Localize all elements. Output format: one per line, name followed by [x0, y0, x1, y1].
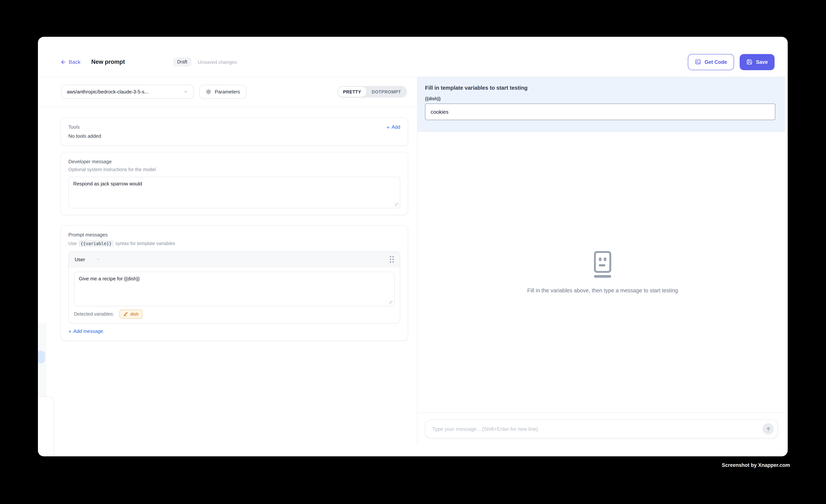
get-code-label: Get Code [705, 59, 727, 65]
back-arrow-icon [60, 59, 66, 65]
message-block: User G [68, 251, 400, 323]
parameters-label: Parameters [215, 89, 240, 94]
message-body: Give me a recipe for {{dish}} Detected v… [69, 267, 400, 323]
status-badge: Draft [173, 57, 191, 66]
detected-variables-label: Detected variables: [74, 312, 114, 317]
get-code-button[interactable]: Get Code [688, 54, 734, 70]
message-header: User [69, 252, 400, 267]
template-variables-panel: Fill in template variables to start test… [417, 77, 785, 132]
view-mode-toggle: PRETTY DOTPROMPT [337, 86, 407, 98]
plus-icon: + [387, 124, 390, 130]
dish-variable-label: {{dish}} [425, 97, 775, 101]
pencil-icon [123, 312, 128, 316]
developer-message-input[interactable]: Respond as jack sparrow would [68, 177, 400, 208]
unsaved-changes-text: Unsaved changes [198, 59, 237, 65]
developer-message-title: Developer message [68, 159, 400, 165]
role-selector[interactable]: User [75, 256, 101, 262]
developer-message-subtitle: Optional system instructions for the mod… [68, 167, 400, 172]
toggle-dotprompt[interactable]: DOTPROMPT [366, 87, 406, 97]
dish-variable-input[interactable] [425, 104, 775, 120]
model-selector-value: aws/anthropic/bedrock-claude-3-5-s... [67, 89, 149, 94]
add-message-button[interactable]: + Add message [68, 328, 400, 334]
subtitle-prefix: Use [68, 241, 76, 246]
send-button[interactable] [763, 423, 774, 435]
parameters-button[interactable]: Parameters [199, 85, 246, 99]
plus-icon: + [68, 328, 71, 334]
variable-syntax-chip: {{variable}} [78, 240, 113, 247]
prompt-messages-card: Prompt messages Use {{variable}} syntax … [60, 225, 408, 341]
app-window: Back New prompt Draft Unsaved changes Ge… [38, 37, 788, 456]
chat-input-box[interactable] [425, 420, 778, 438]
subtitle-suffix: syntax for template variables [115, 241, 175, 246]
tools-title: Tools [68, 124, 80, 130]
toggle-pretty[interactable]: PRETTY [338, 87, 366, 97]
add-tool-label: Add [392, 124, 400, 130]
add-tool-button[interactable]: + Add [387, 124, 400, 130]
template-variables-title: Fill in template variables to start test… [425, 85, 775, 91]
screenshot-canvas: Back New prompt Draft Unsaved changes Ge… [0, 0, 826, 504]
role-value: User [75, 256, 85, 262]
empty-state-text: Fill in the variables above, then type a… [527, 287, 678, 293]
arrow-up-icon [765, 426, 771, 432]
model-selector[interactable]: aws/anthropic/bedrock-claude-3-5-s... [61, 85, 194, 99]
header-bar: Back New prompt Draft Unsaved changes Ge… [38, 37, 788, 77]
chat-input-row [417, 413, 788, 445]
variable-name: dish [130, 312, 138, 317]
drag-handle-icon[interactable] [390, 256, 394, 263]
prompt-messages-title: Prompt messages [68, 232, 400, 238]
tools-empty-text: No tools added [68, 133, 400, 139]
developer-message-card: Developer message Optional system instru… [60, 152, 408, 215]
tools-card: Tools + Add No tools added [60, 118, 408, 146]
page-title: New prompt [91, 59, 125, 65]
back-label: Back [69, 59, 80, 65]
editor-toolbar: aws/anthropic/bedrock-claude-3-5-s... Pa… [38, 77, 417, 107]
save-button[interactable]: Save [740, 54, 775, 70]
sidebar-card-fragment [38, 397, 54, 456]
save-label: Save [756, 59, 768, 65]
variable-badge-dish[interactable]: dish [119, 310, 143, 319]
gear-icon [206, 89, 212, 94]
robot-face-icon [594, 251, 611, 277]
add-message-label: Add message [73, 328, 103, 334]
sidebar-active-item-fragment[interactable] [38, 351, 45, 363]
editor-content: Tools + Add No tools added Developer mes… [38, 107, 417, 341]
body-area: aws/anthropic/bedrock-claude-3-5-s... Pa… [38, 77, 788, 456]
chat-message-input[interactable] [431, 426, 763, 432]
resize-grip-icon[interactable] [395, 203, 399, 207]
back-button[interactable]: Back [60, 59, 80, 65]
prompt-editor-pane: aws/anthropic/bedrock-claude-3-5-s... Pa… [38, 77, 417, 456]
test-pane: Fill in template variables to start test… [417, 77, 788, 445]
message-content-input[interactable]: Give me a recipe for {{dish}} [74, 272, 395, 306]
chevron-down-icon [183, 89, 188, 94]
chat-empty-state: Fill in the variables above, then type a… [417, 132, 788, 413]
save-floppy-icon [747, 59, 753, 65]
chevron-down-icon [96, 257, 101, 262]
resize-grip-icon[interactable] [389, 301, 393, 305]
detected-variables-row: Detected variables: dish [74, 310, 395, 319]
terminal-icon [695, 59, 701, 65]
watermark-text: Screenshot by Xnapper.com [722, 462, 790, 468]
